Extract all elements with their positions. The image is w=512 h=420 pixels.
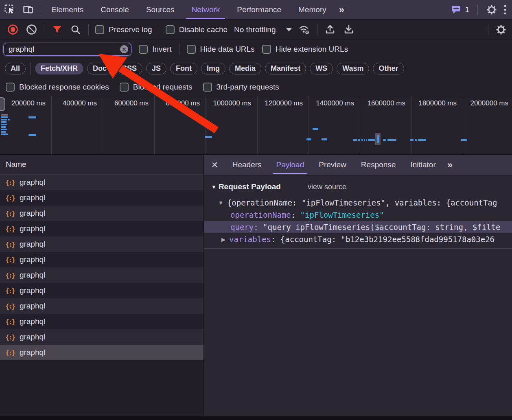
timeline-request-bar: [28, 134, 36, 136]
json-request-icon: {:}: [5, 271, 15, 279]
request-row[interactable]: {:}graphql: [0, 221, 203, 236]
chip-wasm[interactable]: Wasm: [337, 63, 369, 74]
third-party-requests-checkbox[interactable]: 3rd-party requests: [203, 83, 279, 92]
hide-extension-urls-checkbox[interactable]: Hide extension URLs: [262, 45, 348, 54]
checkbox[interactable]: [6, 83, 15, 92]
chip-img[interactable]: Img: [201, 63, 225, 74]
hide-data-urls-checkbox[interactable]: Hide data URLs: [187, 45, 255, 54]
checkbox[interactable]: [187, 45, 196, 54]
timeline-tick-label: 600000 ms: [104, 99, 149, 107]
checkbox[interactable]: [120, 83, 129, 92]
kebab-menu-icon[interactable]: [503, 4, 507, 15]
tab-response[interactable]: Response: [354, 155, 403, 175]
tab-network[interactable]: Network: [183, 0, 229, 19]
more-detail-tabs-icon[interactable]: »: [443, 159, 457, 171]
tab-performance[interactable]: Performance: [228, 0, 290, 19]
network-settings-gear-icon[interactable]: [495, 23, 507, 37]
checkbox[interactable]: [95, 25, 104, 34]
disable-cache-checkbox[interactable]: Disable cache: [166, 25, 228, 34]
chip-doc[interactable]: Doc: [87, 63, 112, 74]
request-row[interactable]: {:}graphql: [0, 206, 203, 221]
timeline-tick-label: 800000 ms: [155, 99, 200, 107]
view-source-link[interactable]: view source: [308, 183, 346, 191]
chip-font[interactable]: Font: [170, 63, 197, 74]
tab-payload[interactable]: Payload: [269, 155, 312, 175]
tab-sources[interactable]: Sources: [138, 0, 183, 19]
settings-gear-icon[interactable]: [486, 4, 497, 15]
chip-fetch-xhr[interactable]: Fetch/XHR: [35, 63, 83, 74]
extra-filters-row: Blocked response cookies Blocked request…: [0, 78, 512, 96]
checkbox[interactable]: [203, 83, 212, 92]
blocked-requests-checkbox[interactable]: Blocked requests: [120, 83, 193, 92]
chip-media[interactable]: Media: [229, 63, 261, 74]
checkbox[interactable]: [166, 25, 175, 34]
timeline-request-bar: [1, 121, 7, 123]
search-icon[interactable]: [70, 23, 82, 37]
checkbox[interactable]: [262, 45, 271, 54]
tab-headers[interactable]: Headers: [225, 155, 269, 175]
export-har-icon[interactable]: [343, 23, 355, 37]
request-row[interactable]: {:}graphql: [0, 236, 203, 252]
checkbox[interactable]: [139, 45, 148, 54]
timeline-tick-label: 1600000 ms: [361, 99, 405, 107]
timeline-request-bar: [205, 136, 212, 138]
inspect-element-icon[interactable]: [0, 0, 19, 19]
throttling-select[interactable]: No throttling: [234, 25, 292, 34]
tab-initiator[interactable]: Initiator: [403, 155, 443, 175]
chip-css[interactable]: CSS: [116, 63, 142, 74]
request-row[interactable]: {:}graphql: [0, 252, 203, 267]
timeline-request-bar: [1, 119, 7, 120]
chip-js[interactable]: JS: [146, 63, 166, 74]
timeline-request-bar: [322, 138, 327, 140]
request-row[interactable]: {:}graphql: [0, 314, 203, 329]
request-row[interactable]: {:}graphql: [0, 298, 203, 314]
name-column-header[interactable]: Name: [0, 155, 203, 175]
timeline-request-bar: [366, 139, 367, 141]
payload-summary-line[interactable]: ▼ {operationName: "ipFlowTimeseries", va…: [204, 197, 512, 209]
chip-all[interactable]: All: [5, 63, 26, 74]
request-detail-panel: ✕ Headers Payload Preview Response Initi…: [204, 155, 512, 416]
request-row[interactable]: {:}graphql: [0, 190, 203, 206]
tab-elements[interactable]: Elements: [43, 0, 92, 19]
network-toolbar: Preserve log Disable cache No throttling: [0, 20, 512, 40]
import-har-icon[interactable]: [324, 23, 336, 37]
network-conditions-icon[interactable]: [298, 23, 311, 37]
request-row[interactable]: {:}graphql: [0, 267, 203, 283]
payload-row-operation-name[interactable]: operationName: "ipFlowTimeseries": [204, 209, 512, 221]
chip-manifest[interactable]: Manifest: [265, 63, 306, 74]
divider: [159, 24, 159, 35]
chip-other[interactable]: Other: [373, 63, 404, 74]
payload-row-variables[interactable]: ▶ variables: {accountTag: "b12e3b2192ee5…: [204, 233, 512, 245]
tab-preview[interactable]: Preview: [311, 155, 354, 175]
timeline-tick-label: 1000000 ms: [206, 99, 251, 107]
tab-console[interactable]: Console: [92, 0, 138, 19]
timeline-request-bar: [1, 124, 7, 125]
clear-network-log-icon[interactable]: [25, 23, 37, 37]
request-row[interactable]: {:}graphql: [0, 329, 203, 345]
device-toolbar-icon[interactable]: [19, 0, 37, 19]
payload-row-query[interactable]: query: "query ipFlowTimeseries($accountT…: [204, 221, 512, 233]
clear-filter-icon[interactable]: ✕: [120, 45, 128, 53]
timeline-request-bar: [418, 139, 426, 141]
issues-icon[interactable]: [451, 4, 462, 15]
chip-ws[interactable]: WS: [310, 63, 333, 74]
more-tabs-icon[interactable]: »: [335, 4, 348, 15]
record-network-log-icon[interactable]: [7, 23, 19, 37]
request-row[interactable]: {:}graphql: [0, 345, 203, 360]
filter-input[interactable]: [8, 44, 120, 54]
filter-input-box[interactable]: ✕: [3, 43, 131, 56]
preserve-log-checkbox[interactable]: Preserve log: [95, 25, 152, 34]
filter-icon[interactable]: [51, 23, 63, 37]
close-icon[interactable]: ✕: [204, 160, 225, 170]
timeline-selection-tick: [377, 135, 379, 143]
request-payload-section[interactable]: ▼ Request Payload view source: [211, 182, 512, 191]
request-row[interactable]: {:}graphql: [0, 283, 203, 298]
blocked-response-cookies-checkbox[interactable]: Blocked response cookies: [6, 83, 109, 92]
invert-checkbox[interactable]: Invert: [139, 45, 172, 54]
tab-memory[interactable]: Memory: [290, 0, 335, 19]
json-request-icon: {:}: [5, 349, 15, 357]
request-row[interactable]: {:}graphql: [0, 175, 203, 190]
timeline-request-bar: [1, 133, 8, 135]
network-overview-timeline[interactable]: 200000 ms400000 ms600000 ms800000 ms1000…: [0, 96, 512, 155]
timeline-gridline: [154, 96, 155, 154]
